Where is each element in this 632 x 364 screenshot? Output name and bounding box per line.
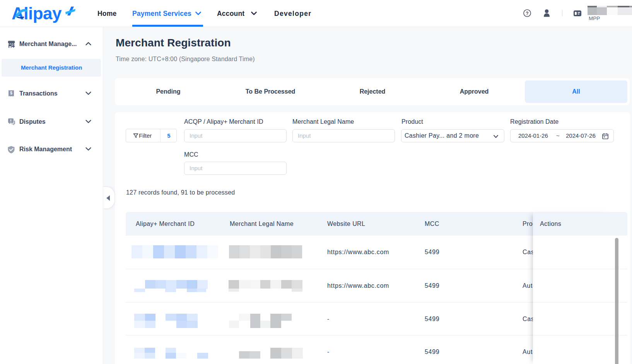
svg-text:$: $: [10, 91, 12, 95]
svg-text:?: ?: [526, 11, 528, 16]
